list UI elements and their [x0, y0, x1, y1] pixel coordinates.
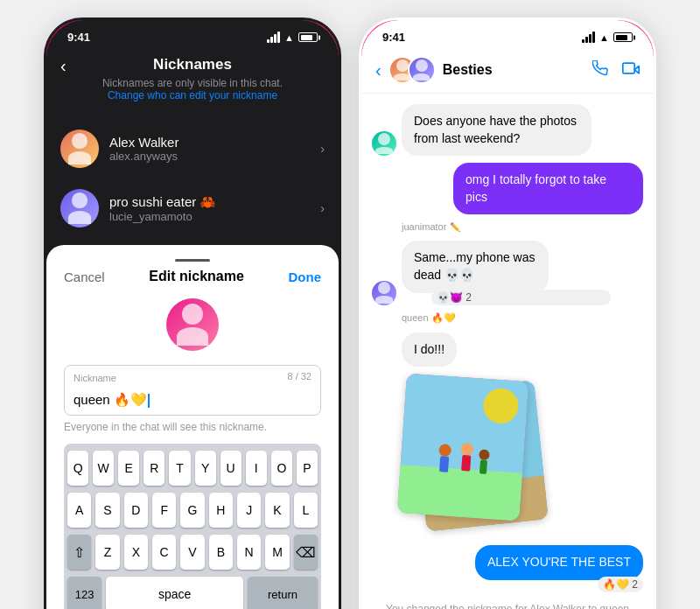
chevron-icon-lucie: ›	[320, 201, 325, 215]
time-1: 9:41	[67, 31, 90, 44]
key-P[interactable]: P	[297, 451, 318, 486]
back-button-2[interactable]: ‹	[375, 60, 382, 80]
status-icons-1: ▲	[267, 32, 318, 43]
chevron-icon-alex: ›	[320, 142, 325, 156]
key-L[interactable]: L	[294, 493, 318, 528]
key-R[interactable]: R	[144, 451, 164, 486]
signal-icon-2	[582, 32, 595, 43]
group-avatar-2	[408, 56, 436, 84]
text-cursor	[148, 394, 150, 408]
nicknames-title: Nicknames	[153, 56, 232, 74]
message-2: omg I totally forgot to take pics	[372, 163, 643, 214]
key-W[interactable]: W	[93, 451, 114, 486]
status-bar-2: 9:41 ▲	[361, 20, 654, 49]
key-X[interactable]: X	[124, 535, 148, 570]
keyboard-row-3: ⇧ Z X C V B N M ⌫	[67, 535, 318, 570]
bubble-2: omg I totally forgot to take pics	[453, 163, 643, 214]
status-icons-2: ▲	[582, 32, 633, 43]
contact-username-lucie: lucie_yamamoto	[109, 210, 320, 223]
svg-rect-17	[461, 455, 471, 472]
done-button[interactable]: Done	[289, 270, 322, 284]
contact-item-alex[interactable]: Alex Walker alex.anyways ›	[46, 119, 339, 178]
key-O[interactable]: O	[271, 451, 292, 486]
key-S[interactable]: S	[95, 493, 119, 528]
modal-header: Cancel Edit nickname Done	[64, 269, 321, 284]
key-T[interactable]: T	[169, 451, 190, 486]
bubble-1: Does anyone have the photos from last we…	[402, 104, 592, 156]
signal-icon	[267, 32, 280, 43]
group-avatars	[388, 56, 436, 84]
key-U[interactable]: U	[220, 451, 242, 486]
key-G[interactable]: G	[180, 493, 204, 528]
svg-rect-19	[480, 460, 487, 475]
key-H[interactable]: H	[209, 493, 233, 528]
sender-label-juanimator: juanimator ✏️	[402, 221, 643, 232]
nickname-input[interactable]: queen 🔥💛	[74, 392, 312, 408]
key-K[interactable]: K	[265, 493, 289, 528]
change-nickname-link[interactable]: Change who can edit your nickname	[108, 89, 277, 102]
status-bar-1: 9:41 ▲	[46, 20, 339, 49]
photo-bg-2	[397, 373, 529, 521]
chat-actions	[592, 60, 640, 80]
key-Y[interactable]: Y	[195, 451, 216, 486]
contact-item-lucie[interactable]: pro sushi eater 🦀 lucie_yamamoto ›	[46, 178, 339, 238]
bubble-ido: I do!!!	[402, 332, 457, 368]
chat-title: Besties	[443, 62, 592, 78]
key-V[interactable]: V	[180, 535, 204, 570]
contact-name-alex: Alex Walker	[109, 135, 320, 150]
app-container: 9:41 ▲ ‹ Nicknames	[44, 18, 656, 609]
keyboard-row-2: A S D F G H J K L	[67, 493, 318, 528]
time-2: 9:41	[382, 31, 405, 44]
cancel-button[interactable]: Cancel	[64, 270, 105, 284]
key-A[interactable]: A	[67, 493, 91, 528]
key-Z[interactable]: Z	[95, 535, 119, 570]
message-3: Same...my phone was dead 💀💀 💀😈 2	[372, 241, 643, 304]
edit-nickname-modal: Cancel Edit nickname Done 8 / 32 Nicknam…	[46, 245, 339, 609]
return-key[interactable]: return	[248, 577, 318, 609]
phone-chat: 9:41 ▲ ‹	[359, 18, 656, 609]
keyboard-row-1: Q W E R T Y U I O P	[67, 451, 318, 486]
reaction-3: 💀😈 2	[431, 290, 611, 305]
key-I[interactable]: I	[246, 451, 267, 486]
modal-avatar-container	[64, 298, 321, 351]
delete-key[interactable]: ⌫	[294, 535, 318, 570]
space-key[interactable]: space	[106, 577, 243, 609]
bubble-alex: ALEX YOU'RE THE BEST	[475, 545, 643, 580]
message-1: Does anyone have the photos from last we…	[372, 104, 643, 156]
key-M[interactable]: M	[265, 535, 289, 570]
contact-name-lucie: pro sushi eater 🦀	[109, 194, 320, 210]
nickname-hint: Everyone in the chat will see this nickn…	[64, 421, 321, 433]
key-C[interactable]: C	[152, 535, 176, 570]
modal-title: Edit nickname	[149, 269, 243, 284]
key-E[interactable]: E	[118, 451, 139, 486]
key-Q[interactable]: Q	[67, 451, 88, 486]
message-ido: I do!!!	[402, 332, 643, 368]
avatar-alex	[60, 130, 99, 168]
svg-rect-15	[439, 456, 449, 472]
numbers-key[interactable]: 123	[67, 577, 102, 609]
reaction-alex: 🔥💛 2	[598, 577, 643, 592]
keyboard-row-4: 123 space return	[67, 577, 318, 609]
key-B[interactable]: B	[209, 535, 233, 570]
system-message: You changed the nickname for Alex Walker…	[372, 599, 643, 609]
sender-label-queen: queen 🔥💛	[402, 312, 643, 324]
shift-key[interactable]: ⇧	[67, 535, 91, 570]
messages-area: Does anyone have the photos from last we…	[361, 94, 654, 609]
keyboard: Q W E R T Y U I O P A S D	[64, 444, 321, 609]
svg-rect-12	[397, 465, 522, 522]
nickname-input-container[interactable]: 8 / 32 Nickname queen 🔥💛	[64, 365, 321, 416]
battery-icon	[298, 32, 318, 42]
avatar-lucie	[60, 189, 99, 228]
avatar-juanimator	[372, 281, 396, 305]
key-F[interactable]: F	[152, 493, 176, 528]
phone-nicknames: 9:41 ▲ ‹ Nicknames	[44, 18, 341, 609]
phone-call-icon[interactable]	[592, 60, 608, 80]
key-N[interactable]: N	[237, 535, 261, 570]
wifi-icon-2: ▲	[599, 32, 609, 43]
chat-header: ‹ Besties	[361, 49, 654, 94]
back-button-1[interactable]: ‹	[60, 56, 66, 76]
key-D[interactable]: D	[124, 493, 148, 528]
key-J[interactable]: J	[237, 493, 261, 528]
video-chat-icon[interactable]	[622, 60, 640, 80]
nicknames-subtitle: Nicknames are only visible in this chat.…	[102, 77, 283, 102]
